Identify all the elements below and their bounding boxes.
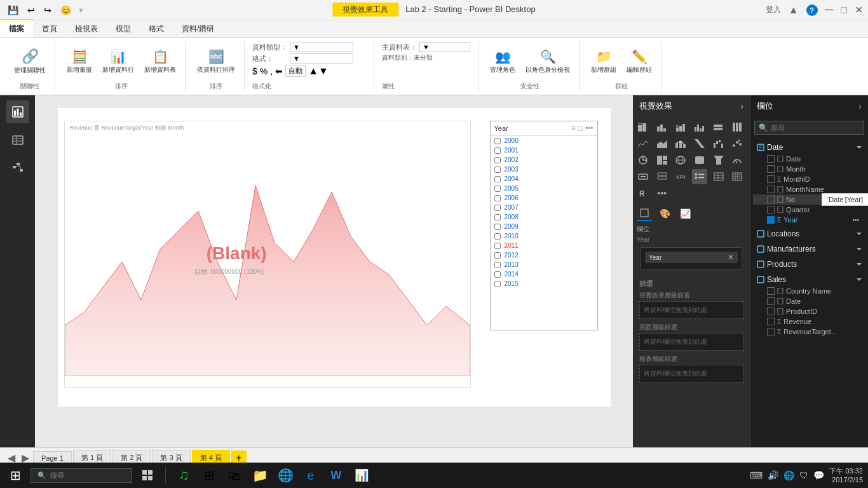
viz-stacked-bar[interactable] xyxy=(635,119,651,135)
new-group-button[interactable]: 📁 新增群組 xyxy=(587,48,620,76)
field-table-date-header[interactable]: Date xyxy=(753,141,865,154)
edge-icon[interactable]: e xyxy=(301,465,321,485)
viz-more-options[interactable]: ••• xyxy=(654,186,670,201)
field-table-manufacturers-header[interactable]: Manufacturers xyxy=(753,243,865,255)
format-expand-icon[interactable]: ▲▼ xyxy=(308,65,329,77)
word-icon[interactable]: W xyxy=(326,465,346,485)
tab-format[interactable]: 格式 xyxy=(140,20,173,37)
new-column-button[interactable]: 📊 新增資料行 xyxy=(98,48,138,76)
slicer-menu-icon[interactable]: ≡ xyxy=(571,124,576,133)
slicer-item-2011[interactable]: 2011 xyxy=(491,241,597,250)
edit-group-button[interactable]: ✏️ 編輯群組 xyxy=(623,48,656,76)
notification-icon[interactable]: 💬 xyxy=(813,470,824,480)
field-sales-revenue[interactable]: Σ Revenue xyxy=(753,316,865,327)
page-filter-drop[interactable]: 將資料欄位拖曳到此處 xyxy=(639,333,743,351)
field-sales-country-name[interactable]: Country Name xyxy=(753,286,865,296)
maximize-button[interactable]: □ xyxy=(841,4,847,16)
chrome-icon[interactable]: 🌐 xyxy=(275,465,295,485)
viz-slicer[interactable] xyxy=(692,169,707,184)
canvas-scroll[interactable]: Revenue 量 RevenueTarget/Year 軸維 Month xyxy=(35,95,633,447)
field-table-locations-header[interactable]: Locations xyxy=(753,227,865,240)
new-table-button[interactable]: 📋 新增資料表 xyxy=(140,48,180,76)
year-pill[interactable]: Year ✕ xyxy=(645,252,738,263)
viz-map[interactable] xyxy=(673,152,688,168)
viz-filled-map[interactable] xyxy=(692,152,707,168)
slicer-item-2009[interactable]: 2009 xyxy=(491,222,597,231)
slicer-visual[interactable]: Year ≡ □ ••• 2000 2001 2002 2003 2004 xyxy=(490,121,598,330)
format-dropdown[interactable]: ▼ xyxy=(290,53,353,64)
keyboard-icon[interactable]: ⌨ xyxy=(750,470,763,480)
viz-axis-field-area[interactable]: Year ✕ xyxy=(641,247,742,270)
taskbar-search[interactable]: 🔍 搜尋 xyxy=(31,468,132,483)
store-icon[interactable]: 🛍 xyxy=(224,465,245,485)
chart-visual[interactable]: Revenue 量 RevenueTarget/Year 軸維 Month xyxy=(64,121,471,388)
close-button[interactable]: ✕ xyxy=(855,4,863,16)
field-date-monthid[interactable]: Σ MonthID xyxy=(753,174,865,184)
slicer-item-2006[interactable]: 2006 xyxy=(491,193,597,203)
remove-year-icon[interactable]: ✕ xyxy=(728,253,734,262)
field-date-date[interactable]: Date xyxy=(753,154,865,164)
viz-analytics-tab[interactable]: 📈 xyxy=(677,206,693,221)
viz-matrix[interactable] xyxy=(729,169,745,184)
field-date-quarter[interactable]: Quarter xyxy=(753,205,865,215)
currency-icon[interactable]: $ xyxy=(252,66,257,76)
viz-funnel[interactable] xyxy=(711,152,726,168)
apps-icon[interactable]: ⊞ xyxy=(199,465,219,485)
viz-line[interactable] xyxy=(635,136,651,151)
field-table-products-header[interactable]: Products xyxy=(753,258,865,271)
sidebar-report-icon[interactable] xyxy=(6,100,29,123)
viz-area[interactable] xyxy=(654,136,670,151)
sidebar-model-icon[interactable] xyxy=(6,156,29,179)
tab-model[interactable]: 模型 xyxy=(107,20,140,37)
viz-gauge[interactable] xyxy=(729,152,745,168)
network-icon[interactable]: 🌐 xyxy=(783,470,794,480)
viz-clustered-column[interactable] xyxy=(692,119,707,135)
fields-panel-expand-icon[interactable]: › xyxy=(858,101,862,111)
tab-home[interactable]: 首頁 xyxy=(33,20,66,37)
viz-card[interactable] xyxy=(635,169,651,184)
visual-filter-drop[interactable]: 將資料欄位拖曳到此處 xyxy=(639,301,743,319)
spotify-icon[interactable]: ♫ xyxy=(173,465,194,485)
task-view-button[interactable] xyxy=(137,465,158,485)
login-button[interactable]: 登入 xyxy=(766,4,781,15)
slicer-item-2014[interactable]: 2014 xyxy=(491,269,597,279)
sort-by-column-button[interactable]: 🔤 依資料行排序 xyxy=(193,48,239,76)
slicer-item-2002[interactable]: 2002 xyxy=(491,155,597,165)
main-table-dropdown[interactable]: ▼ xyxy=(419,42,470,52)
start-button[interactable]: ⊞ xyxy=(5,465,25,485)
slicer-item-2003[interactable]: 2003 xyxy=(491,165,597,174)
year-field-more-icon[interactable]: ••• xyxy=(852,217,859,224)
slicer-item-2013[interactable]: 2013 xyxy=(491,260,597,269)
viz-clustered-bar[interactable] xyxy=(654,119,670,135)
decrease-decimal-icon[interactable]: ⬅ xyxy=(275,66,283,76)
viz-line-stacked-column[interactable] xyxy=(673,136,688,151)
explorer-icon[interactable]: 📁 xyxy=(250,465,270,485)
viz-multi-row-card[interactable] xyxy=(654,169,670,184)
auto-button[interactable]: 自動 xyxy=(285,65,306,77)
viz-scatter[interactable] xyxy=(729,136,745,151)
slicer-expand-icon[interactable]: □ xyxy=(578,124,583,133)
slicer-item-2004[interactable]: 2004 xyxy=(491,174,597,184)
viz-r-visual[interactable]: R xyxy=(635,186,651,201)
slicer-item-2005[interactable]: 2005 xyxy=(491,184,597,193)
tab-file[interactable]: 檔案 xyxy=(0,19,33,37)
viz-waterfall[interactable] xyxy=(711,136,726,151)
save-icon[interactable]: 💾 xyxy=(5,4,21,17)
viz-fields-tab[interactable] xyxy=(637,206,652,221)
viz-table[interactable] xyxy=(711,169,726,184)
slicer-item-2015[interactable]: 2015 xyxy=(491,279,597,288)
tab-view[interactable]: 檢視表 xyxy=(66,20,107,37)
security-icon[interactable]: 🛡 xyxy=(799,470,808,480)
viz-ribbon[interactable] xyxy=(692,136,707,151)
speaker-icon[interactable]: 🔊 xyxy=(768,470,778,480)
viz-100-stacked-bar[interactable] xyxy=(711,119,726,135)
redo-icon[interactable]: ↪ xyxy=(41,4,54,17)
manage-roles-button[interactable]: 👥 管理角色 xyxy=(486,48,519,76)
fields-search-input[interactable] xyxy=(771,124,860,132)
system-clock[interactable]: 下午 03:32 2017/2/15 xyxy=(829,466,863,485)
viz-stacked-column[interactable] xyxy=(673,119,688,135)
field-sales-revenuetarget[interactable]: Σ RevenueTarget... xyxy=(753,327,865,337)
tab-data[interactable]: 資料/鑽研 xyxy=(173,20,223,37)
manage-relationships-button[interactable]: 🔗 管理關聯性 xyxy=(10,47,50,76)
view-as-role-button[interactable]: 🔍 以角色身分檢視 xyxy=(522,48,574,76)
